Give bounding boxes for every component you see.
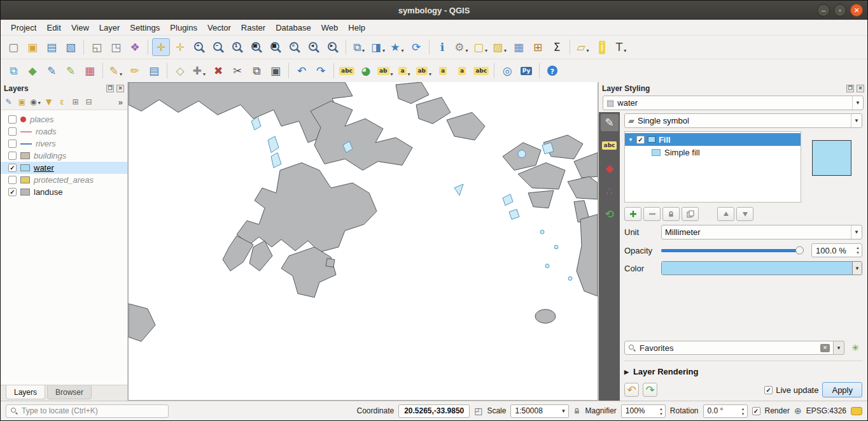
delete-selected-button[interactable]: ✖ [209,62,227,80]
diagrams-tab[interactable]: ∴ [601,183,619,200]
opacity-slider[interactable] [661,243,806,257]
collapse-all-button[interactable]: ⊟ [82,96,95,108]
help-contents-button[interactable]: ? [543,62,561,80]
zoom-out-button[interactable]: − [209,38,227,56]
menu-web[interactable]: Web [316,21,344,34]
change-label-properties-button[interactable]: abc [472,62,490,80]
labels-tab[interactable]: abc [601,137,619,154]
dropdown-arrow-icon[interactable]: ▾ [408,71,410,77]
coordinate-input[interactable]: 20.5265,-33.9850 [398,404,470,418]
map-canvas[interactable] [128,82,598,401]
unit-combobox[interactable]: Millimeter ▼ [661,225,862,239]
dropdown-arrow-icon[interactable]: ▾ [485,48,487,54]
expand-arrow-icon[interactable]: ▼ [628,137,633,143]
opacity-slider-handle[interactable] [795,246,804,255]
menu-settings[interactable]: Settings [125,21,165,34]
new-virtual-layer-button[interactable]: ✎ [62,62,80,80]
menu-view[interactable]: View [66,21,94,34]
3d-view-tab[interactable]: ◆ [601,160,619,177]
dropdown-arrow-icon[interactable]: ▾ [504,48,507,54]
chevron-down-icon[interactable]: ▼ [852,96,863,110]
dropdown-arrow-icon[interactable]: ▾ [466,48,468,54]
metasearch-button[interactable]: ◎ [498,62,516,80]
menu-layer[interactable]: Layer [94,21,125,34]
close-icon[interactable]: ✕ [116,85,124,92]
run-feature-action-button[interactable]: ⚙▾ [452,38,470,56]
locate-input[interactable]: Type to locate (Ctrl+K) [6,404,169,418]
collapsed-arrow-icon[interactable]: ▶ [624,369,629,375]
apply-button[interactable]: Apply [822,382,862,397]
dropdown-arrow-icon[interactable]: ▾ [429,71,431,77]
measure-button[interactable]: ▱▾ [574,38,592,56]
scale-combobox[interactable]: 1:50008 ▼ [510,404,569,418]
show-layout-manager-button[interactable]: ◳ [107,38,125,56]
fill-checkbox[interactable] [636,136,645,144]
close-button[interactable]: ✕ [850,4,863,17]
show-bookmarks-button[interactable]: ★▾ [388,38,406,56]
move-label-button[interactable]: a [434,62,452,80]
new-print-layout-button[interactable]: ◱ [88,38,106,56]
zoom-to-layer-button[interactable]: ≡ [286,38,304,56]
layer-row-protected_areas[interactable]: protected_areas [1,174,127,186]
select-features-button[interactable]: ▢▾ [472,38,489,56]
layer-row-rivers[interactable]: rivers [1,138,127,150]
paste-features-button[interactable]: ▣ [267,62,284,80]
layer-checkbox[interactable] [8,152,17,160]
pin-unpin-labels-button[interactable]: a▾ [396,62,414,80]
filter-by-expression-button[interactable]: ε [55,96,69,108]
minimize-button[interactable]: – [817,4,830,17]
dropdown-arrow-icon[interactable]: ▾ [362,48,365,54]
add-polygon-feature-button[interactable]: ◇ [171,62,189,80]
map-tips-button[interactable]: i [593,38,611,56]
save-layer-edits-button[interactable]: ▤ [145,62,163,80]
menu-plugins[interactable]: Plugins [165,21,202,34]
favorites-dropdown-button[interactable]: ▼ [834,341,844,355]
spinner-arrows-icon[interactable]: ▲▼ [741,406,745,417]
panel-overflow-icon[interactable]: » [118,97,126,107]
new-map-view-button[interactable]: ⧉▾ [350,38,368,56]
add-symbol-layer-button[interactable] [624,207,641,221]
lock-symbol-color-button[interactable] [662,207,680,221]
dropdown-arrow-icon[interactable]: ▾ [402,48,404,54]
chevron-down-icon[interactable]: ▼ [852,262,862,275]
color-button[interactable]: ▼ [661,261,862,275]
menu-database[interactable]: Database [270,21,316,34]
manage-map-themes-button[interactable]: ◉▾ [29,96,42,108]
rotation-spinbox[interactable]: 0.0 ° ▲▼ [703,404,748,418]
close-icon[interactable]: ✕ [857,85,864,92]
layer-row-places[interactable]: places [1,113,127,125]
new-temporary-scratch-layer-button[interactable]: ▦ [81,62,99,80]
field-calculator-button[interactable]: ⊞ [529,38,547,56]
highlight-pinned-labels-button[interactable]: ab▾ [376,62,395,80]
dropdown-arrow-icon[interactable]: ▾ [624,48,626,54]
python-console-button[interactable]: Py [517,62,535,80]
tree-item-fill[interactable]: ▼ Fill [625,133,801,146]
toggle-editing-button[interactable]: ✏ [126,62,144,80]
layer-checkbox[interactable] [8,188,17,196]
new-geopackage-layer-button[interactable]: ◆ [24,62,41,80]
clear-icon[interactable]: ✕ [820,344,830,352]
copy-features-button[interactable]: ⧉ [248,62,265,80]
undo-style-button[interactable]: ↶ [624,383,639,397]
text-annotation-button[interactable]: T▾ [612,38,630,56]
deselect-features-button[interactable]: ▨▾ [491,38,508,56]
zoom-in-button[interactable]: + [190,38,208,56]
zoom-to-selection-button[interactable]: ▦ [267,38,284,56]
extent-toggle-icon[interactable]: ◰ [474,406,482,416]
remove-symbol-layer-button[interactable] [643,207,661,221]
zoom-next-button[interactable]: ▸ [324,38,342,56]
opacity-spinbox[interactable]: 100.0 % ▲▼ [811,243,862,257]
zoom-native-button[interactable]: 1 [228,38,246,56]
save-project-as-button[interactable]: ▧ [62,38,80,56]
live-update-checkbox[interactable] [764,386,773,394]
new-project-button[interactable]: ▢ [4,38,22,56]
open-project-button[interactable]: ▣ [24,38,41,56]
open-layer-styling-button[interactable]: ✎ [2,96,15,108]
symbology-tab[interactable]: ✎ [601,114,619,131]
save-project-button[interactable]: ▤ [43,38,60,56]
move-symbol-up-button[interactable] [717,207,734,221]
layer-labeling-button[interactable]: abc [338,62,356,80]
refresh-map-button[interactable]: ⟳ [407,38,425,56]
layer-row-landuse[interactable]: landuse [1,186,127,198]
dropdown-arrow-icon[interactable]: ▾ [587,48,589,54]
